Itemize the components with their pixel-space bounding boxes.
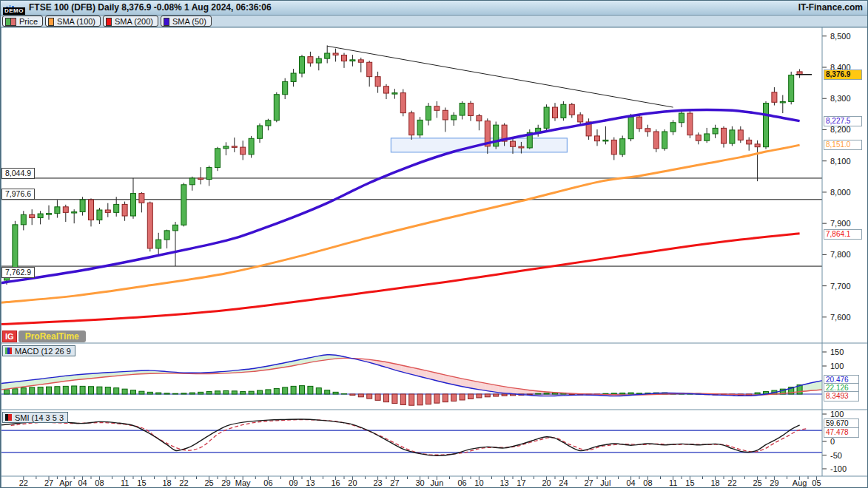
- svg-text:May: May: [235, 478, 251, 487]
- svg-text:29: 29: [221, 478, 230, 487]
- level-label: 8,044.9: [1, 168, 35, 179]
- svg-text:11: 11: [121, 478, 129, 487]
- svg-text:06: 06: [263, 478, 272, 487]
- svg-text:27: 27: [584, 478, 593, 487]
- svg-text:09: 09: [289, 478, 297, 487]
- macd-swatch-icon: [5, 348, 12, 354]
- svg-text:30: 30: [415, 478, 424, 487]
- svg-text:15: 15: [137, 478, 146, 487]
- chart-canvas[interactable]: 8,5008,4008,3008,2008,1008,0007,9007,800…: [1, 1, 868, 488]
- chart-window: DEMO FTSE 100 (DFB) Daily 8,376.9 -0.08%…: [0, 0, 868, 488]
- svg-text:16: 16: [331, 478, 340, 487]
- svg-text:08: 08: [643, 478, 652, 487]
- svg-text:24: 24: [559, 478, 568, 487]
- level-label: 7,762.9: [1, 267, 35, 278]
- svg-text:100: 100: [830, 362, 844, 370]
- svg-text:18: 18: [710, 478, 719, 487]
- svg-text:23: 23: [373, 478, 382, 487]
- svg-text:Jul: Jul: [600, 478, 610, 487]
- svg-text:8,000: 8,000: [830, 188, 851, 197]
- svg-text:18: 18: [162, 478, 171, 487]
- svg-text:20: 20: [542, 478, 551, 487]
- svg-text:7,900: 7,900: [830, 219, 851, 228]
- ig-logo: IG: [2, 331, 17, 342]
- svg-text:06: 06: [457, 478, 466, 487]
- svg-text:11: 11: [669, 478, 677, 487]
- svg-text:Jun: Jun: [431, 478, 444, 487]
- svg-text:27: 27: [390, 478, 399, 487]
- svg-text:08: 08: [95, 478, 104, 487]
- svg-text:27: 27: [44, 478, 53, 487]
- svg-text:7,600: 7,600: [830, 313, 851, 322]
- svg-text:25: 25: [753, 478, 761, 487]
- svg-text:20: 20: [348, 478, 357, 487]
- svg-text:0: 0: [830, 437, 835, 446]
- svg-text:-50: -50: [830, 451, 842, 460]
- prorealtime-logo: ProRealTime: [18, 331, 86, 342]
- svg-text:100: 100: [830, 410, 844, 418]
- svg-text:22: 22: [19, 478, 28, 487]
- prorealtime-watermark: IG ProRealTime: [2, 331, 86, 342]
- macd-indicator-chip[interactable]: MACD (12 26 9: [2, 345, 75, 356]
- macd-signal-badge: 8.3493: [824, 391, 859, 401]
- sma100-value-badge: 8,151.0: [824, 140, 862, 150]
- smi-label: SMI (14 3 5 3: [15, 413, 64, 422]
- svg-text:17: 17: [517, 478, 525, 487]
- svg-text:8,100: 8,100: [830, 157, 851, 166]
- macd-label: MACD (12 26 9: [15, 347, 71, 356]
- svg-text:29: 29: [770, 478, 778, 487]
- smi-indicator-chip[interactable]: SMI (14 3 5 3: [2, 412, 68, 423]
- svg-text:04: 04: [626, 478, 635, 487]
- svg-text:13: 13: [499, 478, 508, 487]
- svg-text:05: 05: [812, 478, 821, 487]
- svg-text:04: 04: [78, 478, 87, 487]
- smi-swatch-icon: [5, 414, 12, 421]
- svg-text:10: 10: [474, 478, 483, 487]
- svg-text:22: 22: [179, 478, 188, 487]
- svg-text:8,300: 8,300: [830, 94, 851, 103]
- date-axis[interactable]: 2227Apr0408111518222529May06091316202327…: [1, 476, 868, 488]
- last-price-badge: 8,376.9: [824, 70, 862, 80]
- svg-text:15: 15: [685, 478, 694, 487]
- svg-text:8,500: 8,500: [830, 32, 851, 41]
- svg-text:Aug: Aug: [793, 478, 807, 487]
- svg-text:8,200: 8,200: [830, 125, 851, 134]
- svg-text:22: 22: [727, 478, 736, 487]
- level-label: 7,976.6: [1, 189, 35, 200]
- smi-signal-badge: 47.478: [824, 427, 859, 438]
- svg-text:13: 13: [306, 478, 314, 487]
- svg-text:150: 150: [830, 348, 844, 356]
- sma50-value-badge: 8,227.5: [824, 116, 862, 126]
- svg-text:25: 25: [204, 478, 213, 487]
- svg-text:7,700: 7,700: [830, 282, 851, 291]
- sma200-value-badge: 7,864.1: [824, 229, 862, 240]
- svg-text:7,800: 7,800: [830, 250, 851, 259]
- svg-text:-100: -100: [830, 464, 847, 473]
- svg-text:Apr: Apr: [59, 478, 72, 487]
